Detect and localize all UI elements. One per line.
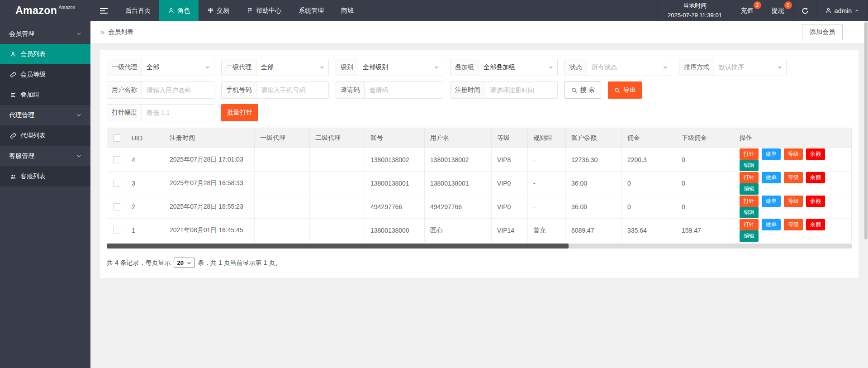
batch-inject-button[interactable]: 批量打针 (221, 104, 258, 121)
make-order-button[interactable]: 做单 (762, 172, 781, 183)
sidebar-group-service-management[interactable]: 客服管理 (0, 146, 90, 166)
select-value[interactable]: 全部 (256, 59, 328, 76)
edit-button[interactable]: 编辑 (740, 183, 759, 195)
table-row: 3 2025年07月28日 16:58:33 13800138001 13800… (107, 172, 852, 195)
invite-code-input[interactable] (365, 82, 443, 98)
select-value[interactable]: 全部级别 (358, 59, 443, 76)
make-order-button[interactable]: 做单 (762, 148, 781, 160)
vertical-scrollbar[interactable] (864, 21, 868, 368)
refresh-button[interactable] (793, 0, 816, 21)
sidebar-item-service-list[interactable]: 客服列表 (0, 166, 90, 186)
admin-menu[interactable]: admin (816, 0, 868, 21)
caret-down-icon (663, 67, 668, 71)
register-time-input[interactable] (485, 82, 557, 98)
nav-label: 交易 (217, 7, 229, 15)
filter-input-row: 用户名称 手机号码 邀请码 注册时间 (107, 81, 852, 99)
sidebar-group-member-management[interactable]: 会员管理 (0, 24, 90, 44)
add-member-button[interactable]: 添加会员 (802, 24, 843, 40)
filter-status-select[interactable]: 状态 所有状态 (564, 59, 672, 76)
sidebar-item-member-list[interactable]: 会员列表 (0, 44, 90, 64)
select-value[interactable]: 默认排序 (714, 59, 786, 76)
group-label: 代理管理 (9, 111, 34, 119)
cell-account: 13800138001 (365, 172, 425, 195)
nav-item-roles[interactable]: 角色 (159, 0, 199, 21)
cell-account: 13800138000 (365, 219, 425, 242)
select-value[interactable]: 所有状态 (587, 59, 672, 76)
edit-button[interactable]: 编辑 (740, 160, 759, 171)
export-button[interactable]: 导出 (608, 81, 642, 99)
level-button[interactable]: 等级 (784, 172, 803, 183)
sidebar-item-member-level[interactable]: 会员等级 (0, 64, 90, 85)
balance-button[interactable]: 余额 (806, 148, 825, 160)
pagination: 共 4 条记录，每页显示 20 条，共 1 页当前显示第 1 页。 (107, 258, 852, 268)
edit-button[interactable]: 编辑 (740, 230, 759, 242)
sidebar-toggle-button[interactable] (90, 0, 117, 21)
inject-range-input[interactable] (142, 105, 214, 121)
select-all-checkbox[interactable] (113, 134, 120, 142)
col-uid: UID (126, 128, 164, 148)
level-button[interactable]: 等级 (784, 196, 803, 207)
nav-item-system[interactable]: 系统管理 (290, 0, 332, 21)
filter-stack-group-select[interactable]: 叠加组 全部叠加组 (450, 59, 558, 76)
row-checkbox[interactable] (113, 203, 120, 210)
member-table: UID 注册时间 一级代理 二级代理 账号 用户名 等级 规则组 账户余额 佣金 (107, 128, 852, 242)
select-value[interactable]: 全部叠加组 (479, 59, 557, 76)
hamburger-icon (100, 7, 108, 15)
page-size-select[interactable]: 20 (174, 258, 195, 268)
cell-commission: 0 (622, 195, 676, 219)
caret-down-icon (320, 67, 324, 71)
filter-agent1-select[interactable]: 一级代理 全部 (107, 59, 214, 76)
filter-level-select[interactable]: 级别 全部级别 (336, 59, 443, 76)
select-value[interactable]: 全部 (142, 59, 214, 76)
balance-button[interactable]: 余额 (806, 172, 825, 183)
filter-agent2-select[interactable]: 二级代理 全部 (221, 59, 329, 76)
caret-down-icon (205, 67, 210, 71)
row-checkbox[interactable] (113, 156, 120, 163)
selected-option: 全部叠加组 (484, 63, 515, 72)
cell-balance: 12736.30 (566, 148, 622, 172)
chevron-up-icon (854, 8, 859, 13)
row-checkbox[interactable] (113, 227, 120, 234)
breadcrumb: » 会员列表 添加会员 (90, 21, 868, 43)
phone-input[interactable] (256, 82, 328, 98)
invite-code-filter: 邀请码 (336, 81, 443, 99)
sidebar-group-agent-management[interactable]: 代理管理 (0, 105, 90, 125)
search-button[interactable]: 搜 索 (564, 81, 601, 99)
inject-button[interactable]: 打针 (740, 219, 759, 230)
horizontal-scrollbar-thumb[interactable] (107, 244, 569, 249)
level-button[interactable]: 等级 (784, 219, 803, 230)
nav-item-dashboard[interactable]: 后台首页 (117, 0, 159, 21)
row-checkbox[interactable] (113, 180, 120, 187)
cell-uid: 3 (126, 172, 164, 195)
local-time-label: 当地时间 (683, 1, 707, 10)
inject-button[interactable]: 打针 (740, 148, 759, 160)
username-input[interactable] (142, 82, 214, 98)
cell-agent2 (310, 172, 365, 195)
table-header-row: UID 注册时间 一级代理 二级代理 账号 用户名 等级 规则组 账户余额 佣金 (107, 128, 852, 148)
edit-button[interactable]: 编辑 (740, 207, 759, 218)
inject-button[interactable]: 打针 (740, 172, 759, 183)
search-label: 搜 索 (580, 86, 595, 94)
sidebar: 会员管理 会员列表 会员等级 叠加组 代理管理 代理列表 客服管理 (0, 21, 90, 368)
balance-button[interactable]: 余额 (806, 196, 825, 207)
nav-item-help-center[interactable]: 帮助中心 (238, 0, 290, 21)
make-order-button[interactable]: 做单 (762, 219, 781, 230)
nav-item-trade[interactable]: 交易 (199, 0, 238, 21)
selected-option: 默认排序 (719, 63, 744, 72)
sidebar-item-stack-group[interactable]: 叠加组 (0, 85, 90, 105)
nav-item-mall[interactable]: 商城 (332, 0, 362, 21)
local-time: 当地时间 2025-07-29 11:39:01 (657, 0, 732, 21)
vertical-scrollbar-thumb[interactable] (864, 22, 868, 239)
level-button[interactable]: 等级 (784, 148, 803, 160)
recharge-button[interactable]: 充值 2 (732, 0, 763, 21)
sidebar-item-agent-list[interactable]: 代理列表 (0, 125, 90, 146)
filter-sort-select[interactable]: 排序方式 默认排序 (679, 59, 787, 76)
make-order-button[interactable]: 做单 (762, 196, 781, 207)
balance-button[interactable]: 余额 (806, 219, 825, 230)
cell-register-time: 2021年08月01日 16:45:45 (164, 219, 255, 242)
inject-button[interactable]: 打针 (740, 196, 759, 207)
horizontal-scrollbar[interactable] (107, 244, 852, 249)
sidebar-item-label: 会员等级 (20, 71, 46, 79)
sidebar-item-label: 代理列表 (20, 132, 46, 140)
withdraw-button[interactable]: 提现 0 (763, 0, 793, 21)
